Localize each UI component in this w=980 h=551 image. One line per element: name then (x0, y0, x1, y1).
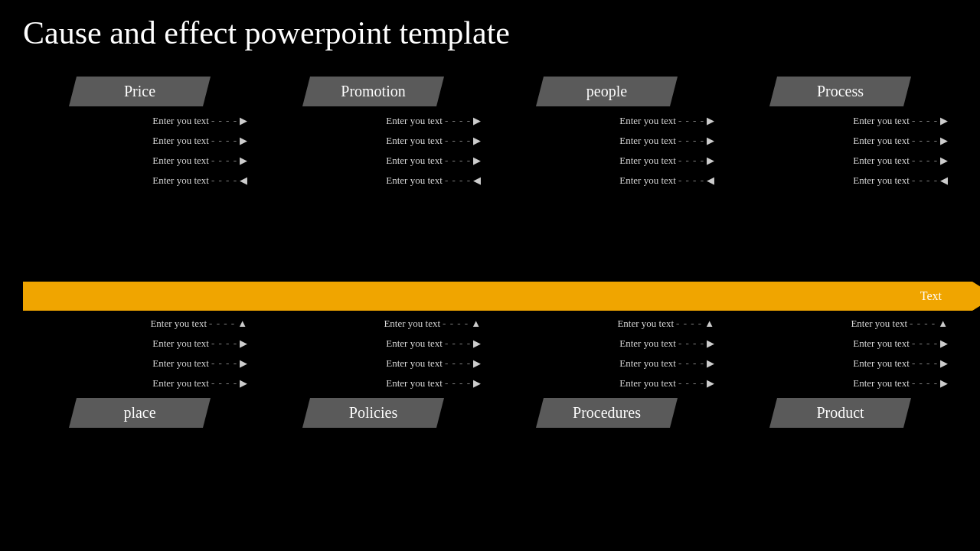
list-item: Enter you text - - - - ▶ (152, 115, 247, 127)
col-rows-people: Enter you text - - - - ▶ Enter you text … (490, 111, 724, 191)
list-item: Enter you text - - - - ▲ (384, 318, 481, 330)
col-header-promotion: Promotion (302, 77, 444, 106)
list-item: Enter you text - - - - ▶ (853, 377, 948, 390)
col-price: Price Enter you text - - - - ▶ Enter you… (23, 77, 256, 282)
list-item: Enter you text - - - - ▶ (619, 357, 714, 370)
col-promotion: Promotion Enter you text - - - - ▶ Enter… (256, 77, 490, 282)
list-item: Enter you text - - - - ▶ (386, 337, 481, 350)
col-footer-product: Product (769, 398, 911, 428)
list-item: Enter you text - - - - ◀ (619, 174, 714, 187)
list-item: Enter you text - - - - ▲ (150, 318, 247, 330)
page-title: Cause and effect powerpoint template (0, 0, 980, 52)
top-section: Price Enter you text - - - - ▶ Enter you… (23, 77, 957, 282)
col-process: Process Enter you text - - - - ▶ Enter y… (724, 77, 957, 282)
col-footer-procedures: Procedures (536, 398, 678, 428)
list-item: Enter you text - - - - ▶ (619, 115, 714, 127)
list-item: Enter you text - - - - ▶ (152, 337, 247, 350)
col-footer-policies: Policies (302, 398, 444, 428)
list-item: Enter you text - - - - ◀ (152, 174, 247, 187)
list-item: Enter you text - - - - ▶ (386, 377, 481, 390)
col-header-people: people (536, 77, 678, 106)
col-procedures: Enter you text - - - - ▲ Enter you text … (490, 311, 724, 510)
list-item: Enter you text - - - - ▲ (617, 318, 714, 330)
list-item: Enter you text - - - - ▶ (152, 135, 247, 147)
list-item: Enter you text - - - - ▶ (386, 357, 481, 370)
list-item: Enter you text - - - - ▶ (853, 337, 948, 350)
col-people: people Enter you text - - - - ▶ Enter yo… (490, 77, 724, 282)
list-item: Enter you text - - - - ▶ (386, 115, 481, 127)
list-item: Enter you text - - - - ▶ (152, 357, 247, 370)
list-item: Enter you text - - - - ▶ (853, 115, 948, 127)
col-rows-process: Enter you text - - - - ▶ Enter you text … (724, 111, 957, 191)
col-header-process: Process (769, 77, 911, 106)
col-header-price: Price (69, 77, 211, 106)
list-item: Enter you text - - - - ▶ (619, 155, 714, 167)
list-item: Enter you text - - - - ▶ (853, 135, 948, 147)
diagram-container: Price Enter you text - - - - ▶ Enter you… (23, 77, 957, 520)
col-rows-place: Enter you text - - - - ▲ Enter you text … (23, 314, 256, 393)
list-item: Enter you text - - - - ◀ (386, 174, 481, 187)
list-item: Enter you text - - - - ▶ (619, 337, 714, 350)
col-rows-price: Enter you text - - - - ▶ Enter you text … (23, 111, 256, 191)
list-item: Enter you text - - - - ▶ (853, 357, 948, 370)
list-item: Enter you text - - - - ▶ (386, 155, 481, 167)
list-item: Enter you text - - - - ▶ (152, 377, 247, 390)
col-rows-policies: Enter you text - - - - ▲ Enter you text … (256, 314, 490, 393)
col-place: Enter you text - - - - ▲ Enter you text … (23, 311, 256, 510)
list-item: Enter you text - - - - ◀ (853, 174, 948, 187)
timeline-bar: Text (23, 282, 972, 311)
col-product: Enter you text - - - - ▲ Enter you text … (724, 311, 957, 510)
list-item: Enter you text - - - - ▶ (152, 155, 247, 167)
list-item: Enter you text - - - - ▶ (386, 135, 481, 147)
col-rows-product: Enter you text - - - - ▲ Enter you text … (724, 314, 957, 393)
col-footer-place: place (69, 398, 211, 428)
col-rows-promotion: Enter you text - - - - ▶ Enter you text … (256, 111, 490, 191)
list-item: Enter you text - - - - ▶ (853, 155, 948, 167)
bottom-section: Enter you text - - - - ▲ Enter you text … (23, 311, 957, 510)
col-policies: Enter you text - - - - ▲ Enter you text … (256, 311, 490, 510)
timeline-label: Text (920, 289, 942, 303)
list-item: Enter you text - - - - ▶ (619, 377, 714, 390)
list-item: Enter you text - - - - ▲ (851, 318, 948, 330)
list-item: Enter you text - - - - ▶ (619, 135, 714, 147)
col-rows-procedures: Enter you text - - - - ▲ Enter you text … (490, 314, 724, 393)
